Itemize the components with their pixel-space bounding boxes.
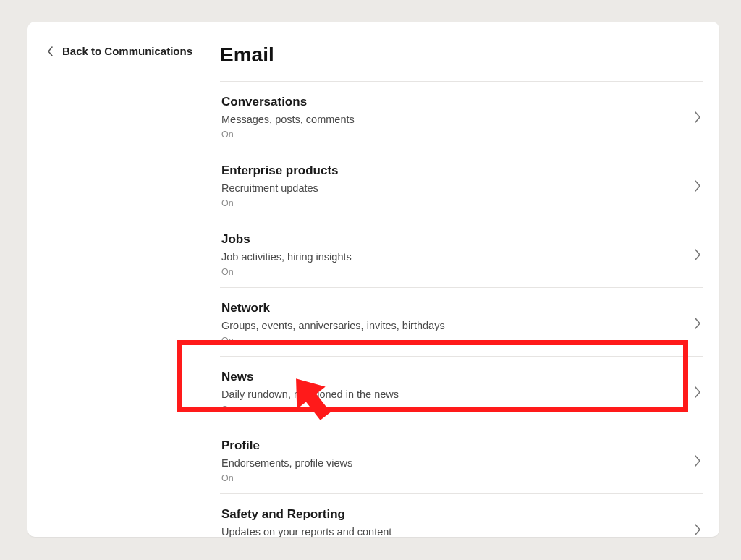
chevron-right-icon bbox=[693, 385, 702, 399]
chevron-right-icon bbox=[693, 316, 702, 331]
row-status: On bbox=[221, 198, 683, 208]
row-text: Jobs Job activities, hiring insights On bbox=[221, 232, 683, 277]
row-status: On bbox=[221, 130, 683, 140]
row-text: Conversations Messages, posts, comments … bbox=[221, 95, 683, 140]
row-title: Jobs bbox=[221, 232, 683, 247]
chevron-right-icon bbox=[693, 247, 702, 262]
row-desc: Recruitment updates bbox=[221, 182, 683, 194]
row-text: Profile Endorsements, profile views On bbox=[221, 438, 683, 483]
setting-row-network[interactable]: Network Groups, events, anniversaries, i… bbox=[220, 288, 703, 357]
chevron-right-icon bbox=[693, 179, 702, 193]
back-to-communications-link[interactable]: Back to Communications bbox=[46, 45, 192, 57]
setting-row-news[interactable]: News Daily rundown, mentioned in the new… bbox=[220, 357, 703, 425]
row-desc: Job activities, hiring insights bbox=[221, 251, 683, 263]
setting-row-enterprise-products[interactable]: Enterprise products Recruitment updates … bbox=[220, 150, 703, 219]
setting-row-conversations[interactable]: Conversations Messages, posts, comments … bbox=[220, 82, 703, 150]
chevron-left-icon bbox=[46, 46, 54, 57]
row-desc: Daily rundown, mentioned in the news bbox=[221, 389, 683, 400]
page-title: Email bbox=[220, 43, 703, 67]
row-title: Profile bbox=[221, 438, 683, 453]
row-desc: Messages, posts, comments bbox=[221, 114, 683, 125]
settings-card: Back to Communications Email Conversatio… bbox=[27, 22, 719, 537]
row-desc: Endorsements, profile views bbox=[221, 457, 683, 469]
setting-row-jobs[interactable]: Jobs Job activities, hiring insights On bbox=[220, 219, 703, 288]
row-desc: Updates on your reports and content bbox=[221, 526, 683, 537]
setting-row-safety-and-reporting[interactable]: Safety and Reporting Updates on your rep… bbox=[220, 494, 703, 537]
row-status: On bbox=[221, 404, 683, 415]
content-area: Email Conversations Messages, posts, com… bbox=[220, 43, 703, 537]
chevron-right-icon bbox=[693, 454, 702, 468]
back-label: Back to Communications bbox=[62, 45, 192, 57]
row-title: Network bbox=[221, 301, 683, 315]
setting-row-profile[interactable]: Profile Endorsements, profile views On bbox=[220, 425, 703, 494]
row-title: News bbox=[221, 370, 683, 384]
row-text: News Daily rundown, mentioned in the new… bbox=[221, 370, 683, 415]
chevron-right-icon bbox=[693, 522, 702, 537]
row-status: On bbox=[221, 473, 683, 483]
row-status: On bbox=[221, 336, 683, 346]
chevron-right-icon bbox=[693, 110, 702, 124]
row-text: Network Groups, events, anniversaries, i… bbox=[221, 301, 683, 346]
row-status: On bbox=[221, 267, 683, 277]
row-text: Safety and Reporting Updates on your rep… bbox=[221, 507, 683, 537]
row-text: Enterprise products Recruitment updates … bbox=[221, 164, 683, 208]
row-title: Conversations bbox=[221, 95, 683, 109]
row-title: Safety and Reporting bbox=[221, 507, 683, 522]
row-desc: Groups, events, anniversaries, invites, … bbox=[221, 320, 683, 331]
row-title: Enterprise products bbox=[221, 164, 683, 178]
